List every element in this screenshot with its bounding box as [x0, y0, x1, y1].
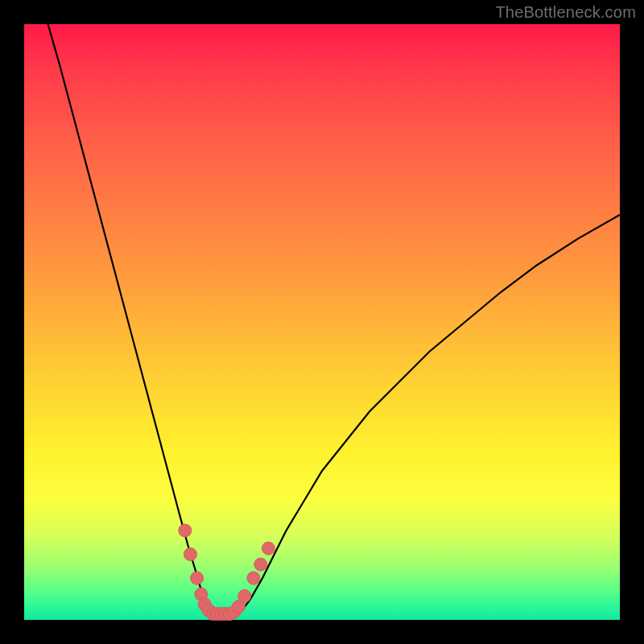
chart-frame: TheBottleneck.com — [0, 0, 644, 644]
data-marker — [238, 589, 251, 602]
data-marker — [184, 548, 196, 561]
bottleneck-curve — [48, 24, 620, 620]
data-marker — [254, 558, 267, 571]
chart-svg — [24, 24, 620, 620]
data-marker — [191, 572, 204, 584]
watermark-text: TheBottleneck.com — [495, 3, 636, 22]
marker-group — [179, 524, 275, 621]
data-marker — [179, 524, 192, 537]
data-marker — [247, 572, 260, 584]
data-marker — [262, 542, 275, 555]
plot-area — [24, 24, 620, 620]
